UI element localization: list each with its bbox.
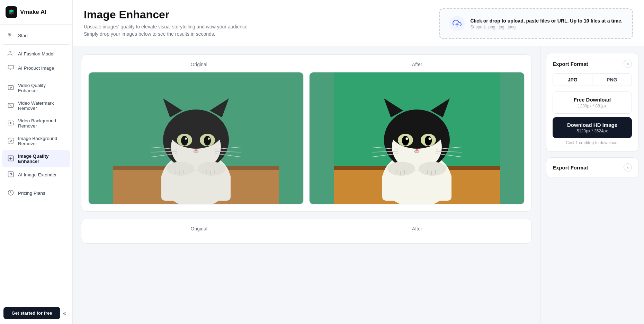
- svg-point-50: [389, 111, 445, 149]
- sidebar-label-extender: AI Image Extender: [18, 172, 57, 177]
- product-icon: [8, 64, 15, 71]
- svg-point-55: [402, 136, 409, 146]
- free-download-size: 1280px * 881px: [558, 104, 627, 108]
- image-bg-icon: [8, 138, 15, 145]
- sun-icon: ✳: [8, 32, 15, 39]
- comparison-section-2: Original After: [81, 219, 532, 244]
- logo-area: Vmake AI: [0, 0, 72, 25]
- svg-rect-1: [8, 65, 14, 69]
- divider-1: [3, 44, 69, 45]
- content-area: Original After: [73, 46, 644, 324]
- image-row: [88, 72, 525, 204]
- fashion-icon: [8, 50, 15, 57]
- hd-download-size: 5120px * 3524px: [576, 129, 608, 133]
- svg-line-4: [10, 104, 12, 106]
- format-png-button[interactable]: PNG: [592, 74, 632, 86]
- sidebar: Vmake AI ✳ Start AI Fashion Model AI Pro…: [0, 0, 73, 324]
- comparison-section-1: Original After: [81, 54, 532, 212]
- svg-point-0: [9, 51, 11, 53]
- svg-rect-2: [8, 86, 14, 90]
- format-toggle: JPG PNG: [553, 73, 632, 86]
- svg-point-24: [181, 136, 188, 146]
- svg-rect-9: [8, 172, 14, 177]
- svg-rect-47: [382, 173, 451, 201]
- main-content: Image Enhancer Upscale images' quality t…: [73, 0, 644, 324]
- video-bg-icon: [8, 120, 15, 127]
- upload-main-text: Click or drop to upload, paste files or …: [470, 18, 623, 24]
- sidebar-item-image-quality[interactable]: Image Quality Enhancer: [2, 150, 70, 167]
- second-export-card: Export Format ×: [546, 157, 638, 177]
- sidebar-label-start: Start: [18, 33, 28, 38]
- svg-rect-5: [8, 121, 14, 125]
- free-download-box: Free Download 1280px * 881px: [553, 91, 632, 114]
- label-original: Original: [191, 62, 207, 67]
- sidebar-label-product: AI Product Image: [18, 65, 54, 71]
- svg-point-66: [387, 162, 415, 176]
- original-cat-image: [89, 72, 303, 204]
- comparison-labels: Original After: [88, 62, 525, 67]
- label-original-2: Original: [191, 226, 207, 231]
- sidebar-item-image-bg[interactable]: Image Background Remover: [2, 132, 70, 150]
- divider-2: [3, 77, 69, 77]
- credit-note: Cost 1 credit(s) to download.: [553, 140, 632, 145]
- second-export-title: Export Format: [553, 165, 588, 170]
- after-image-box: [309, 72, 525, 204]
- sidebar-item-watermark[interactable]: Video Watermark Remover: [2, 97, 70, 114]
- sidebar-item-ai-product-image[interactable]: AI Product Image: [2, 61, 70, 75]
- get-started-button[interactable]: Get started for free: [3, 307, 60, 319]
- sidebar-label-watermark: Video Watermark Remover: [18, 100, 65, 111]
- download-section: Free Download 1280px * 881px Download HD…: [553, 91, 632, 145]
- export-close-button[interactable]: ×: [624, 60, 632, 68]
- video-enhance-icon: [8, 85, 15, 91]
- header-text: Image Enhancer Upscale images' quality t…: [84, 8, 249, 38]
- sidebar-footer: Get started for free «: [0, 302, 72, 324]
- sidebar-item-image-extender[interactable]: AI Image Extender: [2, 168, 70, 182]
- image-enhance-icon: [8, 155, 15, 162]
- sidebar-item-start[interactable]: ✳ Start: [2, 28, 70, 42]
- label-after: After: [412, 62, 422, 67]
- upload-text: Click or drop to upload, paste files or …: [470, 18, 623, 29]
- extend-icon: [8, 171, 15, 178]
- upload-cloud-icon: [453, 19, 462, 28]
- svg-point-57: [406, 138, 408, 140]
- upload-zone[interactable]: Click or drop to upload, paste files or …: [439, 8, 633, 39]
- export-title: Export Format: [553, 61, 588, 67]
- collapse-icon: «: [63, 310, 66, 316]
- svg-point-36: [198, 162, 225, 176]
- original-image-box: [88, 72, 304, 204]
- sidebar-item-video-bg[interactable]: Video Background Remover: [2, 115, 70, 132]
- svg-point-19: [168, 111, 224, 149]
- svg-rect-16: [161, 173, 231, 201]
- comparison-labels-2: Original After: [88, 226, 525, 231]
- app-name: Vmake AI: [20, 9, 46, 16]
- sidebar-item-pricing[interactable]: Pricing Plans: [2, 186, 70, 200]
- format-jpg-button[interactable]: JPG: [553, 74, 592, 86]
- sidebar-label-video-bg: Video Background Remover: [18, 118, 65, 129]
- sidebar-label-image-quality: Image Quality Enhancer: [18, 154, 65, 164]
- right-panel: Export Format × JPG PNG Free Download 12…: [540, 46, 644, 324]
- sidebar-item-video-quality[interactable]: Video Quality Enhancer: [2, 79, 70, 97]
- close-icon: ×: [626, 61, 629, 67]
- page-description: Upscale images' quality to elevate visua…: [84, 23, 249, 38]
- sidebar-item-ai-fashion-model[interactable]: AI Fashion Model: [2, 47, 70, 61]
- sidebar-label-image-bg: Image Background Remover: [18, 136, 65, 146]
- image-panel: Original After: [73, 46, 540, 324]
- sidebar-label-fashion: AI Fashion Model: [18, 51, 54, 56]
- page-title: Image Enhancer: [84, 8, 249, 21]
- second-export-close-button[interactable]: ×: [624, 163, 632, 172]
- svg-rect-6: [8, 138, 14, 143]
- svg-point-35: [167, 162, 194, 176]
- svg-point-67: [419, 162, 446, 176]
- free-download-label: Free Download: [558, 97, 627, 103]
- second-close-icon: ×: [626, 165, 629, 170]
- hd-download-button[interactable]: Download HD Image 5120px * 3524px: [553, 117, 632, 138]
- upload-support-text: Support: .png, .jpg, .jpeg: [470, 25, 623, 29]
- hd-download-label: Download HD Image: [567, 122, 617, 128]
- divider-3: [3, 184, 69, 184]
- cat-svg-after: [310, 72, 524, 204]
- sidebar-label-pricing: Pricing Plans: [18, 191, 45, 196]
- collapse-button[interactable]: «: [60, 307, 69, 319]
- svg-point-58: [429, 138, 431, 140]
- sidebar-label-video-quality: Video Quality Enhancer: [18, 83, 65, 93]
- after-cat-image: [310, 72, 524, 204]
